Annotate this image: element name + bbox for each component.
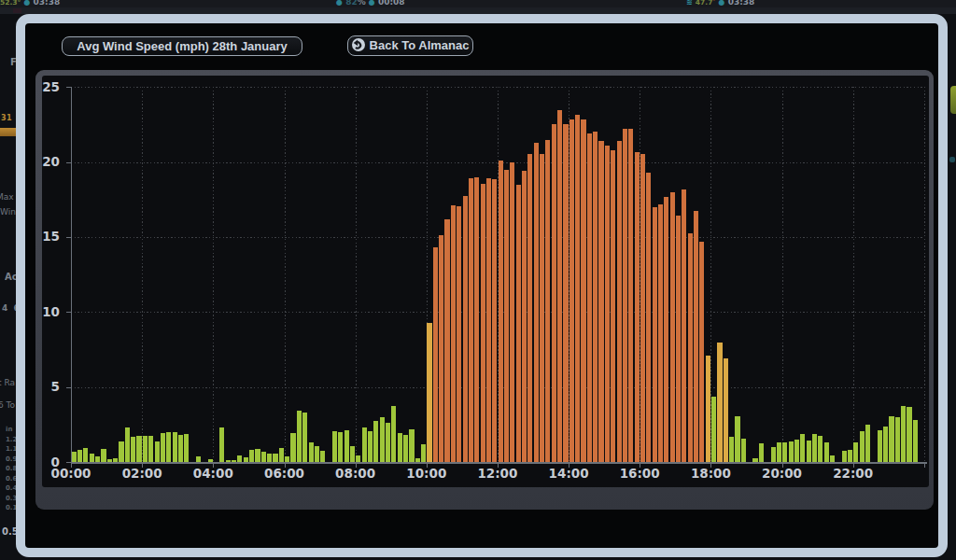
wind-speed-bar [320, 451, 325, 462]
wind-speed-bar [403, 435, 408, 463]
wind-speed-bar [818, 436, 822, 462]
wind-speed-bar [421, 444, 426, 462]
wind-speed-bar [699, 242, 704, 463]
wind-speed-bar [527, 154, 532, 463]
wind-speed-bar [676, 216, 681, 462]
wind-speed-bar [427, 323, 431, 463]
wind-speed-bar [865, 425, 870, 462]
x-gridline [782, 87, 783, 462]
x-axis-label: 22:00 [833, 467, 874, 480]
background-status-bar: 52.3° ● 03:38 ● 82% ● 00:08 ≋ 47.7° ● 03… [0, 0, 956, 14]
wind-speed-bar [563, 124, 568, 462]
status-left-temp: 52.3° [0, 0, 21, 7]
wind-speed-bar [848, 450, 852, 463]
x-gridline [213, 87, 214, 462]
wind-speed-bar [439, 235, 443, 463]
wind-speed-bar [433, 247, 438, 462]
fragment-amber-text: 31 5 [1, 114, 16, 122]
wind-speed-bar [895, 417, 900, 462]
status-dot-icon: ● [719, 0, 725, 7]
wind-speed-bar [315, 446, 319, 462]
wind-speed-bar [155, 441, 160, 463]
wind-speed-bar [883, 427, 888, 463]
x-tick [924, 463, 925, 468]
wind-speed-bar [409, 429, 414, 462]
wind-speed-bar [617, 141, 622, 462]
x-axis-label: 16:00 [619, 467, 660, 480]
degree-mark: ° [712, 0, 715, 4]
wind-speed-bar [255, 449, 260, 463]
status-right-time: 03:38 [728, 0, 755, 7]
wind-speed-bar [658, 204, 663, 463]
wind-speed-bar [878, 430, 882, 463]
x-axis-label: 20:00 [762, 467, 803, 480]
wind-speed-bar [125, 427, 130, 463]
x-axis-label: 00:00 [50, 467, 91, 480]
y-tick [66, 387, 71, 388]
x-axis-label: 06:00 [264, 467, 305, 480]
background-right-fragments [948, 14, 956, 560]
wind-speed-bar [237, 455, 242, 462]
x-axis-label: 10:00 [406, 467, 447, 480]
wind-speed-bar [161, 433, 165, 462]
x-axis-label: 02:00 [121, 467, 162, 480]
wind-speed-bar [451, 205, 456, 462]
wind-speed-bar [800, 434, 805, 463]
wind-speed-bar [398, 433, 402, 462]
chart-title-button[interactable]: Avg Wind Speed (mph) 28th January [62, 36, 302, 56]
wind-speed-bar [516, 185, 521, 463]
wind-speed-bar [136, 436, 141, 462]
wind-speed-bar [706, 356, 710, 462]
wind-speed-bar [711, 397, 716, 463]
wind-speed-bar [581, 119, 585, 462]
wind-speed-bar [373, 421, 378, 462]
wind-speed-bar [72, 452, 77, 462]
y-axis-line [71, 87, 72, 463]
x-axis-label: 18:00 [690, 467, 731, 480]
wind-speed-bar [356, 455, 360, 462]
status-center-time: 00:08 [378, 0, 405, 7]
wind-speed-bar [90, 454, 94, 463]
wind-speed-bar [469, 178, 473, 462]
wind-speed-bar [267, 454, 272, 462]
fragment-bottom-value: 0.5 [2, 526, 16, 537]
status-center: ● 82% ● 00:08 [336, 0, 405, 10]
wind-speed-bar [350, 446, 355, 463]
status-dot-icon: ● [23, 0, 30, 7]
wind-speed-bar [653, 207, 657, 463]
wind-speed-bar [593, 132, 598, 462]
fragment-four-six: 4 6 [2, 303, 16, 313]
x-axis-label: 14:00 [548, 467, 589, 480]
wind-speed-bar [386, 423, 390, 463]
status-humidity: 82 [345, 0, 358, 7]
wind-speed-bar [664, 197, 668, 462]
fragment-total: 6 To [0, 400, 15, 410]
wind-speed-bar [694, 211, 698, 463]
wind-speed-bar [729, 437, 734, 462]
wind-speed-bar [735, 416, 739, 462]
wind-speed-bar [273, 454, 277, 463]
status-left: 52.3° ● 03:38 [0, 0, 60, 10]
wind-speed-bar [552, 124, 556, 462]
wind-speed-bar [682, 189, 686, 462]
x-axis-label: 04:00 [192, 467, 233, 480]
status-right-temp: 47.7 [696, 0, 713, 7]
wind-speed-bar [598, 141, 603, 462]
wind-speed-bar [628, 129, 633, 462]
y-tick [66, 87, 71, 88]
back-to-almanac-button[interactable]: Back To Almanac [347, 35, 473, 56]
wind-speed-bar [545, 140, 550, 462]
wind-speed-bar [249, 450, 254, 462]
wind-speed-bar [807, 441, 811, 462]
fragment-max: Max S [0, 192, 16, 202]
y-axis-label: 15 [42, 231, 60, 243]
fragment-act: Ac [5, 272, 16, 282]
wind-speed-bar [789, 441, 794, 463]
wind-speed-bar [575, 115, 580, 463]
wind-speed-bar [166, 432, 171, 462]
wind-speed-bar [279, 448, 284, 462]
chart-panel: 051015202500:0002:0004:0006:0008:0010:00… [35, 70, 934, 510]
wind-speed-bar [794, 440, 799, 462]
wind-speed-bar [344, 430, 349, 463]
wind-speed-bar [534, 143, 539, 462]
